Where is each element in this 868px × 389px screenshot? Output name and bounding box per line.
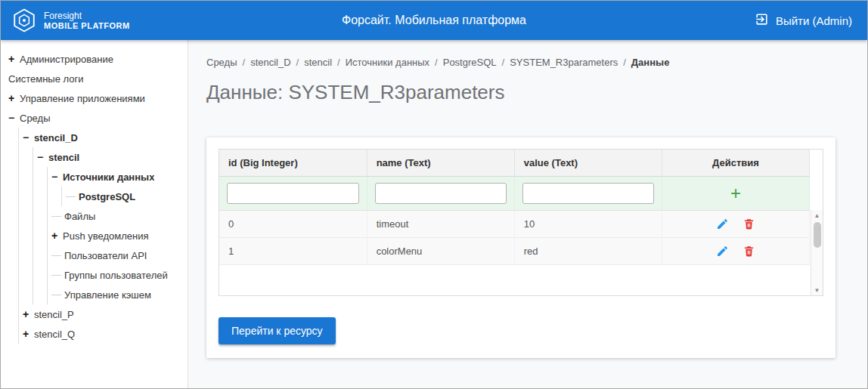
breadcrumb-separator <box>435 57 438 68</box>
breadcrumb-separator <box>502 57 505 68</box>
pencil-icon <box>716 218 729 229</box>
sidebar-item-data-sources[interactable]: Источники данных <box>51 167 184 187</box>
tree-connector <box>51 275 61 276</box>
minus-icon[interactable] <box>8 113 20 123</box>
tree-connector <box>51 216 61 217</box>
edit-row-button[interactable] <box>709 218 736 230</box>
minus-icon[interactable] <box>23 132 34 143</box>
logout-icon <box>755 12 769 29</box>
plus-icon[interactable] <box>51 230 63 241</box>
breadcrumb-item-postgresql[interactable]: PostgreSQL <box>443 57 497 68</box>
sidebar-item-stencil[interactable]: stencil <box>37 147 184 167</box>
top-bar: Foresight MOBILE PLATFORM Форсайт. Мобил… <box>1 1 867 40</box>
filter-name-input[interactable] <box>375 183 507 204</box>
sidebar-item-environments[interactable]: Среды <box>8 108 184 128</box>
tree-connector <box>66 196 76 197</box>
cell-name: timeout <box>367 211 514 238</box>
breadcrumb-item-stencil[interactable]: stencil <box>304 57 332 68</box>
cell-value: red <box>514 238 662 265</box>
logout-label: Выйти (Admin) <box>776 14 852 27</box>
data-table: id (Big Integer) name (Text) value (Text… <box>219 150 810 295</box>
sidebar-item-stencil-q[interactable]: stencil_Q <box>23 324 184 344</box>
cell-id: 0 <box>219 211 367 238</box>
table-scrollbar[interactable] <box>811 210 823 295</box>
column-header-value: value (Text) <box>514 150 662 177</box>
tree-connector <box>51 295 61 295</box>
filter-id-input[interactable] <box>227 183 359 204</box>
add-row-button[interactable]: + <box>723 184 749 202</box>
sidebar-item-api-users[interactable]: Пользователи API <box>51 245 184 265</box>
breadcrumb-item-data-sources[interactable]: Источники данных <box>346 57 429 68</box>
filter-row: + <box>219 177 810 211</box>
foresight-logo-icon <box>11 8 37 33</box>
application-window: Foresight MOBILE PLATFORM Форсайт. Мобил… <box>0 0 868 389</box>
pencil-icon <box>716 245 729 256</box>
column-header-name: name (Text) <box>367 150 514 177</box>
sidebar-item-postgresql[interactable]: PostgreSQL <box>66 187 184 206</box>
table-row: 1 colorMenu red <box>219 238 810 265</box>
plus-icon[interactable] <box>8 54 20 64</box>
table-empty-space <box>219 265 810 295</box>
sidebar-item-stencil-p[interactable]: stencil_P <box>23 304 184 324</box>
table-row: 0 timeout 10 <box>219 211 810 238</box>
column-header-id: id (Big Integer) <box>219 150 367 177</box>
breadcrumb-separator <box>337 57 340 68</box>
sidebar-tree: Администрирование Системные логи Управле… <box>1 40 188 388</box>
table-header-row: id (Big Integer) name (Text) value (Text… <box>219 150 810 177</box>
minus-icon[interactable] <box>51 171 63 182</box>
column-header-actions: Действия <box>662 150 809 177</box>
sidebar-item-push-notifications[interactable]: Push уведомления <box>51 226 184 245</box>
main-content: Средыstencil_DstencilИсточники данныхPos… <box>188 40 867 388</box>
breadcrumb: Средыstencil_DstencilИсточники данныхPos… <box>206 40 867 68</box>
cell-name: colorMenu <box>367 238 514 265</box>
plus-icon[interactable] <box>23 329 34 339</box>
minus-icon[interactable] <box>37 152 48 162</box>
sidebar-item-app-management[interactable]: Управление приложениями <box>8 88 184 108</box>
cell-id: 1 <box>219 238 367 265</box>
plus-icon[interactable] <box>8 93 20 103</box>
breadcrumb-separator <box>243 57 246 68</box>
sidebar-item-system-logs[interactable]: Системные логи <box>8 69 184 88</box>
breadcrumb-item-stencil-d[interactable]: stencil_D <box>250 57 290 68</box>
delete-row-button[interactable] <box>736 218 762 230</box>
breadcrumb-item-resource[interactable]: SYSTEM_R3parameters <box>510 57 618 68</box>
page-title: Данные: SYSTEM_R3parameters <box>206 81 867 104</box>
sidebar-item-cache-management[interactable]: Управление кэшем <box>51 285 184 304</box>
logo-text-line2: MOBILE PLATFORM <box>44 21 130 31</box>
sidebar-item-user-groups[interactable]: Группы пользователей <box>51 265 184 285</box>
go-to-resource-button[interactable]: Перейти к ресурсу <box>219 317 336 344</box>
filter-value-input[interactable] <box>522 183 654 204</box>
data-table-container: id (Big Integer) name (Text) value (Text… <box>219 149 823 296</box>
plus-icon[interactable] <box>23 309 34 320</box>
sidebar-item-stencil-d[interactable]: stencil_D <box>23 128 184 147</box>
delete-row-button[interactable] <box>736 245 762 258</box>
scroll-down-button[interactable] <box>814 285 820 295</box>
scrollbar-thumb[interactable] <box>814 222 821 248</box>
cell-value: 10 <box>514 211 662 238</box>
edit-row-button[interactable] <box>709 245 736 258</box>
logo-text-line1: Foresight <box>44 11 130 21</box>
breadcrumb-separator <box>623 57 626 68</box>
tree-connector <box>51 255 61 256</box>
sidebar-item-files[interactable]: Файлы <box>51 206 184 226</box>
data-card: id (Big Integer) name (Text) value (Text… <box>206 137 835 358</box>
sidebar-item-administration[interactable]: Администрирование <box>8 49 184 69</box>
scroll-up-button[interactable] <box>814 210 820 221</box>
breadcrumb-separator <box>296 57 299 68</box>
trash-icon <box>742 218 755 229</box>
logout-button[interactable]: Выйти (Admin) <box>755 12 852 29</box>
breadcrumb-item-data-current: Данные <box>631 57 670 68</box>
app-title: Форсайт. Мобильная платформа <box>342 14 526 27</box>
trash-icon <box>742 245 755 256</box>
app-logo[interactable]: Foresight MOBILE PLATFORM <box>11 8 130 33</box>
breadcrumb-item-environments[interactable]: Среды <box>206 57 237 68</box>
